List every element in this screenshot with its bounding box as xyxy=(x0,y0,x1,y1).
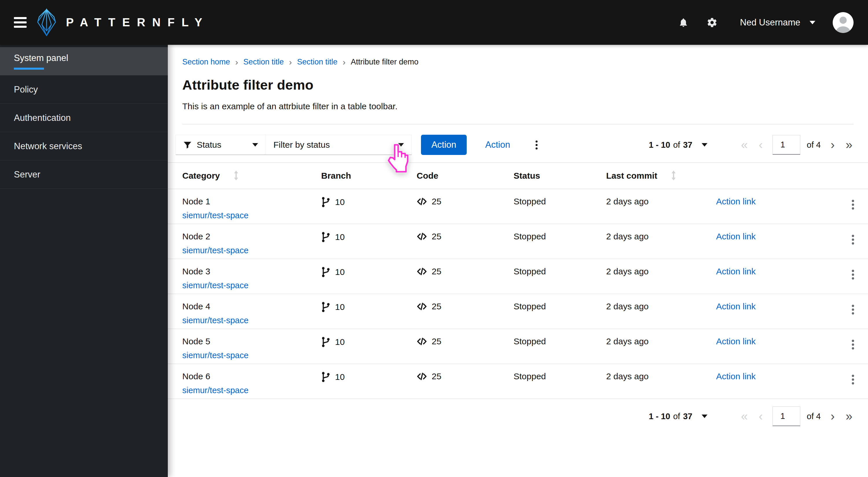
column-header-code[interactable]: Code xyxy=(416,163,514,189)
code-count: 25 xyxy=(432,197,441,206)
sidebar-item-server[interactable]: Server xyxy=(0,161,168,189)
code-branch-icon xyxy=(321,197,331,208)
sidebar-item-policy[interactable]: Policy xyxy=(0,75,168,104)
node-space-link[interactable]: siemur/test-space xyxy=(182,211,249,220)
page-layout: System panel Policy Authentication Netwo… xyxy=(0,45,868,477)
last-commit-value: 2 days ago xyxy=(606,197,649,206)
node-space-link[interactable]: siemur/test-space xyxy=(182,351,249,360)
pagination-page-input[interactable] xyxy=(773,135,800,155)
node-space-link[interactable]: siemur/test-space xyxy=(182,246,249,255)
table-row: Node 5siemur/test-space 10 25 Stopped 2 … xyxy=(168,329,868,364)
row-kebab-menu[interactable] xyxy=(849,372,857,387)
row-action-link[interactable]: Action link xyxy=(716,337,756,346)
pagination-menu-toggle[interactable]: 1 - 10 of 37 xyxy=(649,140,707,150)
status-value: Stopped xyxy=(514,197,546,206)
code-icon xyxy=(416,337,427,346)
code-icon xyxy=(416,267,427,276)
table-row: Node 1siemur/test-space 10 25 Stopped 2 … xyxy=(168,189,868,224)
status-filter-select[interactable]: Filter by status xyxy=(266,135,412,155)
user-menu[interactable]: Ned Username xyxy=(740,18,815,28)
nav-toggle-button[interactable] xyxy=(14,17,27,28)
column-header-category[interactable]: Category xyxy=(168,163,321,189)
breadcrumb-link[interactable]: Section title xyxy=(297,58,338,67)
branch-count: 10 xyxy=(335,302,345,312)
node-name: Node 5 xyxy=(182,337,321,346)
code-count: 25 xyxy=(432,337,441,346)
pagination-first-button[interactable]: « xyxy=(740,139,749,151)
table-row: Node 2siemur/test-space 10 25 Stopped 2 … xyxy=(168,224,868,259)
row-kebab-menu[interactable] xyxy=(849,232,857,247)
attribute-select-value: Status xyxy=(197,140,221,150)
node-name: Node 2 xyxy=(182,232,321,241)
kebab-icon xyxy=(852,270,854,272)
pagination-page-input[interactable] xyxy=(773,406,800,426)
pagination-nav: « ‹ of 4 › » xyxy=(731,406,854,426)
code-icon xyxy=(416,197,427,206)
pagination-range: 1 - 10 xyxy=(649,140,670,150)
code-icon xyxy=(416,302,427,311)
angle-right-icon: › xyxy=(343,58,345,67)
breadcrumb-link[interactable]: Section title xyxy=(243,58,284,67)
row-action-link[interactable]: Action link xyxy=(716,372,756,381)
table-toolbar: Status Filter by status Action Action 1 … xyxy=(168,124,868,163)
row-kebab-menu[interactable] xyxy=(849,302,857,317)
notifications-button[interactable] xyxy=(678,18,689,28)
nodes-table: Category Branch Code Status Last commit … xyxy=(168,163,868,399)
attribute-select[interactable]: Status xyxy=(176,135,266,155)
sort-icon[interactable] xyxy=(234,171,239,180)
avatar[interactable] xyxy=(833,12,854,33)
settings-button[interactable] xyxy=(707,17,717,28)
action-button[interactable]: Action xyxy=(421,135,467,155)
status-value: Stopped xyxy=(514,337,546,346)
patternfly-logo-icon xyxy=(36,8,57,37)
row-action-link[interactable]: Action link xyxy=(716,232,756,241)
bell-icon xyxy=(678,18,689,28)
pagination-last-button[interactable]: » xyxy=(844,410,854,422)
row-kebab-menu[interactable] xyxy=(849,198,857,212)
node-space-link[interactable]: siemur/test-space xyxy=(182,386,249,395)
node-space-link[interactable]: siemur/test-space xyxy=(182,316,249,325)
row-action-link[interactable]: Action link xyxy=(716,267,756,276)
column-header-last-commit[interactable]: Last commit xyxy=(606,163,716,189)
branch-count: 10 xyxy=(335,232,345,242)
sidebar-item-authentication[interactable]: Authentication xyxy=(0,104,168,132)
pagination-next-button[interactable]: › xyxy=(830,139,836,151)
pagination-first-button[interactable]: « xyxy=(740,410,749,422)
pagination-range: 1 - 10 xyxy=(649,412,670,421)
sidebar-item-system-panel[interactable]: System panel xyxy=(0,47,168,75)
breadcrumb-link[interactable]: Section home xyxy=(182,58,230,67)
code-count: 25 xyxy=(432,232,441,241)
pagination-of-pages: of 4 xyxy=(807,140,820,150)
node-space-link[interactable]: siemur/test-space xyxy=(182,281,249,290)
table-row: Node 6siemur/test-space 10 25 Stopped 2 … xyxy=(168,364,868,399)
row-action-link[interactable]: Action link xyxy=(716,302,756,311)
pagination-prev-button[interactable]: ‹ xyxy=(757,139,764,151)
column-header-branch[interactable]: Branch xyxy=(321,163,416,189)
hamburger-icon xyxy=(14,17,27,19)
node-name: Node 3 xyxy=(182,267,321,276)
pagination-next-button[interactable]: › xyxy=(830,410,836,422)
gear-icon xyxy=(707,17,717,28)
table-row: Node 3siemur/test-space 10 25 Stopped 2 … xyxy=(168,259,868,294)
action-link-button[interactable]: Action xyxy=(485,140,510,150)
pagination-prev-button[interactable]: ‹ xyxy=(757,410,764,422)
caret-down-icon xyxy=(702,143,707,146)
sidebar-item-network-services[interactable]: Network services xyxy=(0,132,168,161)
sort-icon[interactable] xyxy=(671,171,676,180)
kebab-icon xyxy=(852,200,854,202)
row-kebab-menu[interactable] xyxy=(849,337,857,352)
row-kebab-menu[interactable] xyxy=(849,267,857,282)
pagination-total: 37 xyxy=(683,140,692,150)
main-content: Section home › Section title › Section t… xyxy=(168,45,868,477)
status-value: Stopped xyxy=(514,267,546,276)
pagination-menu-toggle[interactable]: 1 - 10 of 37 xyxy=(649,412,707,421)
toolbar-kebab-menu[interactable] xyxy=(533,138,540,152)
masthead: PATTERNFLY Ned Username xyxy=(0,0,868,45)
branch-count: 10 xyxy=(335,337,345,347)
row-action-link[interactable]: Action link xyxy=(716,197,756,206)
column-header-status[interactable]: Status xyxy=(514,163,606,189)
pagination-last-button[interactable]: » xyxy=(844,139,854,151)
page-title: Attribute filter demo xyxy=(182,77,854,93)
last-commit-value: 2 days ago xyxy=(606,302,649,311)
sidebar-item-label: System panel xyxy=(14,53,168,70)
